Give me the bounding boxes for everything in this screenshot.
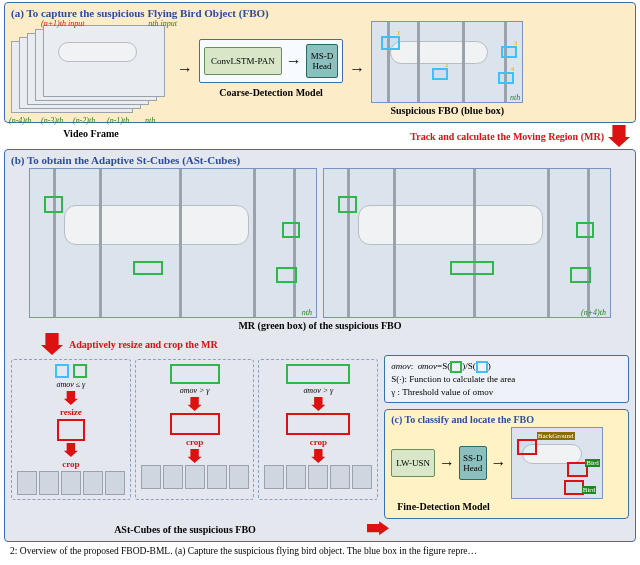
panel-a-row: (n+1)th input nth input (n-4)th (n-3)th …	[11, 21, 629, 116]
frame-index: (n-1)th	[107, 116, 129, 125]
legend-and-c: σmov: σmov=S()/S() S(·): Function to cal…	[384, 355, 629, 519]
arrow-right-icon	[367, 521, 389, 535]
bbox-number: 2	[445, 61, 449, 69]
ast-col-3: σmov > γ crop	[258, 359, 378, 500]
arrow-down-icon	[311, 397, 325, 411]
green-box-icon	[73, 364, 87, 378]
panel-b-lower: σmov ≤ γ resize crop σmov > γ crop	[11, 355, 629, 519]
red-rect-icon	[170, 413, 220, 435]
classify-output-image: BackGround Bird Bird	[511, 427, 603, 499]
ast-cubes-columns: σmov ≤ γ resize crop σmov > γ crop	[11, 359, 378, 500]
legend-box: σmov: σmov=S()/S() S(·): Function to cal…	[384, 355, 629, 403]
track-mr-text: Track and calculate the Moving Region (M…	[410, 131, 604, 142]
suspicious-fbo-image: 1 2 3 4 nth	[371, 21, 523, 103]
mr-right-index: (n+4)th	[581, 308, 606, 317]
legend-s-def: S(·): Function to calculate the area	[391, 373, 622, 386]
nth-input-label: nth input	[148, 19, 177, 28]
coarse-model-box: ConvLSTM-PAN → MS-D Head	[199, 39, 343, 83]
ast-cube-set	[17, 471, 125, 495]
crop-label: crop	[186, 437, 203, 447]
panel-a-title: (a) To capture the suspicious Flying Bir…	[11, 7, 629, 19]
coarse-model-group: ConvLSTM-PAN → MS-D Head Coarse-Detectio…	[199, 39, 343, 98]
legend-gamma-def: γ : Threshold value of σmov	[391, 386, 622, 399]
arrow-down-icon	[64, 443, 78, 457]
arrow-down-icon	[64, 391, 78, 405]
sigma-label: σmov	[418, 361, 437, 371]
mr-left-index: nth	[302, 308, 312, 317]
frame-index: (n-4)th	[9, 116, 31, 125]
arrow-right-icon: →	[349, 60, 365, 78]
arrow-right-icon: →	[491, 454, 507, 472]
bbox-number: 1	[397, 29, 401, 37]
ast-col-1: σmov ≤ γ resize crop	[11, 359, 131, 500]
arrow-right-icon: →	[439, 454, 455, 472]
input-overlay-label: (n+1)th input	[41, 19, 84, 28]
resize-crop-annotation: Adaptively resize and crop the MR	[41, 333, 629, 355]
arrow-down-icon	[188, 449, 202, 463]
panel-a: (a) To capture the suspicious Flying Bir…	[4, 2, 636, 123]
mr-caption: MR (green box) of the suspicious FBO	[11, 320, 629, 331]
bbox-number: 4	[511, 65, 515, 73]
mr-image-left: nth	[29, 168, 317, 318]
crop-label: crop	[62, 459, 79, 469]
frame-index: (n-3)th	[41, 116, 63, 125]
ast-col-2: σmov > γ crop	[135, 359, 255, 500]
frame	[43, 25, 165, 97]
arrow-down-icon	[608, 125, 630, 147]
legend-sigma-def: σmov: σmov=S()/S()	[391, 360, 622, 373]
panel-b-title: (b) To obtain the Adaptive St-Cubes (ASt…	[11, 154, 629, 166]
mr-image-right: (n+4)th	[323, 168, 611, 318]
red-rect-icon	[57, 419, 85, 441]
class-tag-bird: Bird	[585, 459, 599, 467]
figure-caption: 2: Overview of the proposed FBOD-BML. (a…	[10, 546, 630, 556]
class-tag-bg: BackGround	[537, 432, 575, 440]
blue-box-icon	[55, 364, 69, 378]
crop-label: crop	[310, 437, 327, 447]
class-tag-bird: Bird	[582, 486, 596, 494]
red-rect-icon	[286, 413, 350, 435]
panel-b: (b) To obtain the Adaptive St-Cubes (ASt…	[4, 149, 636, 542]
frame-index: (n-2)th	[73, 116, 95, 125]
ast-cubes-label: ASt-Cubes of the suspicious FBO	[11, 524, 359, 535]
ast-cubes-footer: ASt-Cubes of the suspicious FBO	[11, 521, 629, 535]
coarse-model-label: Coarse-Detection Model	[219, 87, 323, 98]
arrow-right-icon: →	[177, 60, 193, 78]
msd-head-box: MS-D Head	[306, 44, 339, 78]
video-frame-stack: (n+1)th input nth input (n-4)th (n-3)th …	[11, 23, 171, 115]
sigma-label: σmov	[391, 361, 410, 371]
arrow-down-icon	[41, 333, 63, 355]
arrow-down-icon	[311, 449, 325, 463]
lwusn-box: LW-USN	[391, 449, 435, 477]
arrow-right-icon: →	[286, 52, 302, 70]
suspicious-fbo-label: Suspicious FBO (blue box)	[390, 105, 504, 116]
arrow-down-icon	[188, 397, 202, 411]
frame-index: nth	[145, 116, 155, 125]
green-box-icon	[450, 361, 462, 373]
suspicious-fbo-group: 1 2 3 4 nth Suspicious FBO (blue box)	[371, 21, 523, 116]
blue-box-icon	[476, 361, 488, 373]
convlstm-pan-box: ConvLSTM-PAN	[204, 47, 282, 75]
green-rect-icon	[170, 364, 220, 384]
ast-cube-set	[264, 465, 372, 489]
resize-label: resize	[60, 407, 82, 417]
fine-model-label: Fine-Detection Model	[397, 501, 622, 512]
resize-crop-text: Adaptively resize and crop the MR	[69, 339, 218, 350]
sigma-condition: σmov > γ	[303, 386, 333, 395]
figure-container: (a) To capture the suspicious Flying Bir…	[4, 2, 636, 556]
green-rect-icon	[286, 364, 350, 384]
sigma-condition: σmov > γ	[180, 386, 210, 395]
sigma-condition: σmov ≤ γ	[56, 380, 85, 389]
nth-label: nth	[510, 93, 520, 102]
video-frame-label: Video Frame	[11, 128, 171, 139]
panel-c: (c) To classify and locate the FBO LW-US…	[384, 409, 629, 519]
ssd-head-box: SS-D Head	[459, 446, 487, 480]
mr-image-pair: nth (n+4)th	[11, 168, 629, 318]
panel-c-title: (c) To classify and locate the FBO	[391, 414, 622, 425]
bbox-number: 3	[514, 39, 518, 47]
ast-cube-set	[141, 465, 249, 489]
fine-model-group: LW-USN → SS-D Head → BackGround Bird	[391, 427, 622, 499]
